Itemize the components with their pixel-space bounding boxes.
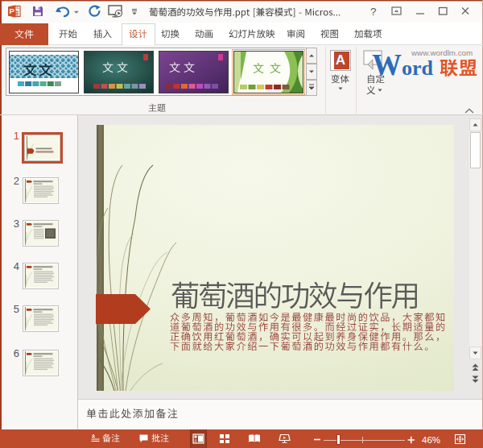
svg-text:P: P [9,6,14,15]
svg-text:?: ? [370,6,377,18]
